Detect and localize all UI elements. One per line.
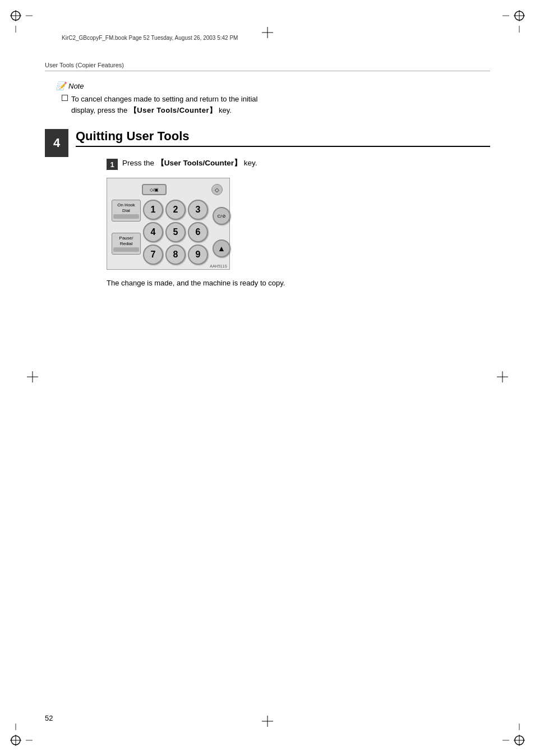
note-icon: 📝 [56, 81, 66, 90]
mid-mark-left [27, 371, 38, 385]
keypad-image: ◇/▣ ◇ On Hook Dial [107, 178, 230, 270]
file-info: KirC2_GBcopyF_FM.book Page 52 Tuesday, A… [62, 35, 238, 41]
result-text: The change is made, and the machine is r… [107, 278, 286, 289]
keypad-id: AAH511S [210, 264, 227, 268]
key-5: 5 [165, 222, 186, 242]
clear-btn: C/⊘ [213, 207, 230, 225]
page-number: 52 [45, 714, 53, 722]
key-9: 9 [188, 245, 208, 265]
key-1: 1 [143, 200, 163, 220]
key-7: 7 [143, 245, 163, 265]
breadcrumb: User Tools (Copier Features) [45, 62, 490, 71]
pause-redial-btn: Pause/ Redial [112, 233, 141, 255]
key-2: 2 [165, 200, 186, 220]
step-1-text: Press the 【User Tools/Counter】 key. [122, 158, 257, 169]
keypad-start-btn: ◇/▣ [142, 184, 167, 195]
note-text: To cancel changes made to setting and re… [62, 94, 490, 116]
arrow-btn: ▲ [213, 239, 230, 257]
note-title: 📝 Note [56, 81, 490, 90]
note-checkbox [62, 95, 68, 101]
keypad-main: On Hook Dial Pause/ Redial [112, 200, 225, 265]
main-content: User Tools (Copier Features) 📝 Note To c… [45, 62, 490, 711]
mid-mark-bottom [262, 716, 273, 729]
keypad-power-btn: ◇ [211, 184, 223, 195]
key-8: 8 [165, 245, 186, 265]
corner-mark-tr [502, 10, 525, 33]
keypad-number-grid: 1 2 3 4 5 6 7 8 9 [143, 200, 208, 265]
keypad-right-btns: C/⊘ ▲ [213, 200, 230, 265]
step-1-label: 1 Press the 【User Tools/Counter】 key. [107, 158, 490, 170]
on-hook-dial-btn: On Hook Dial [112, 200, 141, 222]
corner-mark-br [502, 723, 525, 746]
section-inner: Quitting User Tools 1 Press the 【User To… [76, 129, 490, 289]
key-4: 4 [143, 222, 163, 242]
mid-mark-top [262, 27, 273, 40]
note-section: 📝 Note To cancel changes made to setting… [56, 81, 490, 116]
step-1-num: 1 [107, 159, 118, 170]
note-body: To cancel changes made to setting and re… [71, 94, 262, 116]
key-3: 3 [188, 200, 208, 220]
chapter-tab: 4 [45, 129, 68, 157]
corner-mark-tl [10, 10, 33, 33]
section-title: Quitting User Tools [76, 129, 490, 147]
corner-mark-bl [10, 723, 33, 746]
step-area: 1 Press the 【User Tools/Counter】 key. ◇/… [107, 158, 490, 289]
section-wrapper: 4 Quitting User Tools 1 Press the 【User … [45, 129, 490, 289]
keypad-top-row: ◇/▣ ◇ [112, 184, 225, 195]
keypad-left-btns: On Hook Dial Pause/ Redial [112, 200, 141, 265]
mid-mark-right [497, 371, 508, 385]
key-6: 6 [188, 222, 208, 242]
